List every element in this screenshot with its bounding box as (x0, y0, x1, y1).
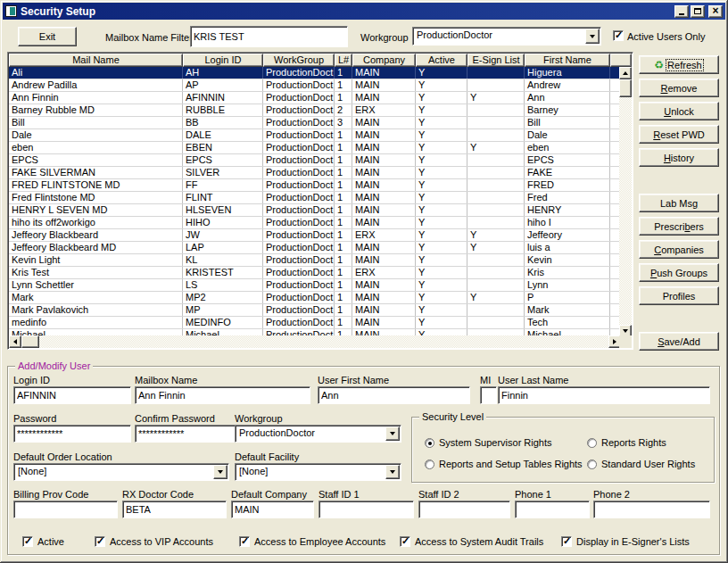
cell (467, 167, 525, 178)
table-row[interactable]: Jeffeory Blackbeard MDLAPProductionDoct1… (9, 242, 621, 254)
companies-button[interactable]: Companies (639, 240, 719, 259)
table-row[interactable]: ebenEBENProductionDoct1MAINYYeben (9, 142, 621, 154)
table-row[interactable]: Jeffeory BlackbeardJWProductionDoct1ERXY… (9, 229, 621, 242)
save-add-button[interactable]: Save/Add (639, 332, 719, 351)
table-row[interactable]: hiho its off2workigoHIHOProductionDoct1M… (9, 217, 621, 229)
column-header-mail-name[interactable]: Mail Name (9, 54, 183, 67)
refresh-button[interactable]: ♻Refresh (639, 55, 719, 74)
workgroup-form-dropdown-button[interactable] (385, 426, 400, 441)
minimize-button[interactable] (674, 5, 689, 18)
column-header-first-name[interactable]: First Name (525, 54, 610, 67)
checkbox-access-to-vip-accounts[interactable]: Access to VIP Accounts (95, 536, 213, 547)
scroll-up-button[interactable] (619, 67, 632, 79)
add-modify-user-group: Add/Modify User Login ID Mailbox Name Us… (7, 366, 720, 555)
unlock-button[interactable]: Unlock (639, 102, 719, 120)
table-row[interactable]: HENRY L SEVEN MDHLSEVENProductionDoct1MA… (9, 204, 621, 217)
rx-doctor-code-input[interactable] (122, 501, 227, 518)
billing-prov-code-input[interactable] (13, 501, 118, 518)
table-row[interactable]: medinfoMEDINFOProductionDoct1MAINYTech (9, 317, 621, 329)
radio-option-system-supervisor-rights[interactable]: System Supervisor Rights (425, 437, 552, 448)
last-name-input[interactable] (498, 386, 710, 404)
exit-button[interactable]: Exit (18, 27, 77, 46)
default-facility-combo[interactable]: [None] (235, 463, 401, 481)
table-row[interactable]: FRED FLINTSTONE MDFFProductionDoct1MAINY… (9, 179, 621, 192)
checkbox-display-in-e-signer-s-lists[interactable]: Display in E-Signer's Lists (561, 536, 690, 547)
radio-option-standard-user-rights[interactable]: Standard User Rights (587, 459, 695, 469)
prescribers-button-label: Prescribers (654, 221, 704, 232)
login-id-input[interactable] (13, 386, 131, 404)
mailbox-name-input[interactable] (135, 386, 310, 404)
horizontal-scroll-thumb[interactable] (21, 335, 39, 348)
cell: EBEN (183, 142, 263, 153)
table-row[interactable]: Kris TestKRISTESTProductionDoct1ERXYKris (9, 267, 621, 279)
table-row[interactable]: Lynn SchettlerLSProductionDoct1MAINYLynn (9, 279, 621, 292)
cell: MAIN (352, 179, 416, 191)
vertical-scroll-thumb[interactable] (619, 79, 632, 97)
lab-msg-button[interactable]: Lab Msg (639, 194, 719, 212)
users-grid: Mail NameLogin IDWorkGroupL#CompanyActiv… (7, 52, 633, 350)
table-row[interactable]: Barney Rubble MDRUBBLEProductionDoct2ERX… (9, 104, 621, 117)
password-input[interactable] (13, 425, 131, 443)
close-button[interactable]: × (708, 5, 723, 18)
workgroup-filter-dropdown-button[interactable] (585, 29, 600, 44)
active-users-only-checkbox[interactable] (613, 30, 624, 41)
cell: Mark (525, 304, 610, 316)
checkbox-active[interactable]: Active (22, 536, 64, 547)
column-header-login-id[interactable]: Login ID (183, 54, 263, 67)
phone-1-input[interactable] (515, 501, 590, 518)
table-row[interactable]: FAKE SILVERMANSILVERProductionDoct1MAINY… (9, 167, 621, 179)
prescribers-button[interactable]: Prescribers (639, 217, 719, 236)
mi-input[interactable] (480, 386, 497, 404)
remove-button[interactable]: Remove (639, 79, 719, 97)
table-row[interactable]: BillBBProductionDoct3MAINYBill (9, 117, 621, 129)
checkbox-access-to-system-audit-trails[interactable]: Access to System Audit Trails (400, 536, 543, 547)
column-header-active[interactable]: Active (416, 54, 467, 67)
default-company-input[interactable] (231, 501, 314, 518)
table-row[interactable]: Andrew PadillaAPProductionDoct1MAINYAndr… (9, 79, 621, 92)
column-header-e-sign-list[interactable]: E-Sign List (467, 54, 525, 67)
table-row[interactable]: AliAHProductionDoct1MAINYHiguera (9, 67, 621, 79)
first-name-input[interactable] (318, 386, 470, 404)
table-row[interactable]: DaleDALEProductionDoct1MAINYDale (9, 129, 621, 142)
scroll-left-button[interactable] (9, 335, 21, 348)
column-header-company[interactable]: Company (352, 54, 416, 67)
radio-option-reports-and-setup-tables-rights[interactable]: Reports and Setup Tables Rights (425, 459, 583, 469)
radio-option-reports-rights[interactable]: Reports Rights (587, 437, 666, 448)
cell: ProductionDoct (263, 179, 335, 191)
cell: Y (416, 267, 467, 278)
cell: MAIN (352, 129, 416, 141)
table-row[interactable]: Fred Flintstone MDFLINTProductionDoct1MA… (9, 192, 621, 204)
staff-id-2-input[interactable] (418, 501, 510, 518)
table-row[interactable]: Kevin LightKLProductionDoct1MAINYKevin (9, 254, 621, 267)
column-header-workgroup[interactable]: WorkGroup (263, 54, 335, 67)
table-row[interactable]: Ann FinninAFINNINProductionDoct1MAINYYAn… (9, 92, 621, 104)
cell (467, 154, 525, 166)
mailbox-filter-input[interactable] (190, 26, 348, 47)
push-groups-button[interactable]: Push Groups (639, 263, 719, 282)
table-row[interactable]: MarkMP2ProductionDoct1MAINYYP (9, 292, 621, 304)
grid-header: Mail NameLogin IDWorkGroupL#CompanyActiv… (9, 54, 632, 67)
column-header-l-[interactable]: L# (335, 54, 352, 67)
table-row[interactable]: Mark PavlakovichMPProductionDoct1MAINYMa… (9, 304, 621, 317)
cell: 1 (335, 229, 352, 241)
staff-id-1-input[interactable] (318, 501, 414, 518)
cell: AH (183, 67, 263, 79)
default-order-location-dropdown-button[interactable] (213, 465, 228, 479)
cell: Y (416, 79, 467, 91)
horizontal-scrollbar[interactable] (9, 335, 621, 348)
default-order-location-combo[interactable]: [None] (13, 463, 229, 481)
phone-2-input[interactable] (593, 501, 710, 518)
cell: Y (467, 92, 525, 103)
cell: MAIN (352, 317, 416, 328)
maximize-button[interactable] (691, 5, 705, 18)
history-button[interactable]: History (639, 148, 719, 167)
profiles-button[interactable]: Profiles (639, 286, 719, 305)
default-facility-dropdown-button[interactable] (385, 465, 400, 479)
table-row[interactable]: EPCSEPCSProductionDoct1MAINYEPCS (9, 154, 621, 167)
workgroup-filter-combo[interactable]: ProductionDoctor (412, 27, 601, 46)
default-order-location-field: Default Order Location [None] (13, 451, 229, 481)
checkbox-access-to-employee-accounts[interactable]: Access to Employee Accounts (239, 536, 385, 547)
vertical-scrollbar[interactable] (619, 67, 632, 337)
reset-pwd-button[interactable]: Reset PWD (639, 125, 719, 144)
workgroup-form-combo[interactable]: ProductionDoctor (235, 425, 401, 443)
